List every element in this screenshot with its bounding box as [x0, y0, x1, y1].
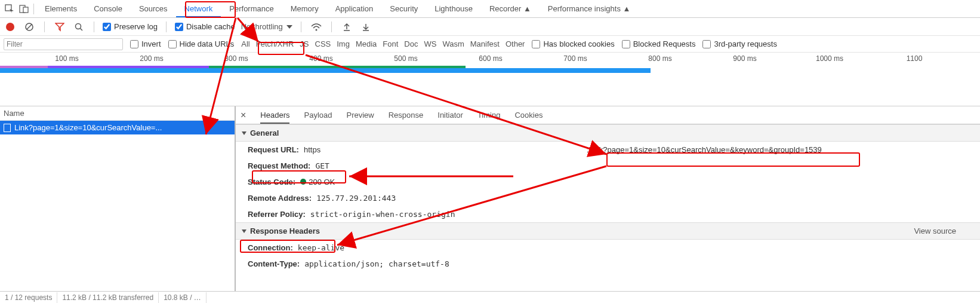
timeline-bar [0, 68, 651, 73]
detail-tab-cookies[interactable]: Cookies [514, 107, 543, 123]
third-party-checkbox[interactable]: 3rd-party requests [702, 39, 777, 48]
tab-lighthouse[interactable]: Lighthouse [426, 1, 481, 17]
footer-transferred: 11.2 kB / 11.2 kB transferred [57, 292, 159, 303]
tick-label: 1100 [907, 54, 923, 63]
connection-key: Connection: [248, 243, 293, 252]
record-button[interactable] [4, 20, 17, 33]
request-method-key: Request Method: [248, 161, 310, 170]
tab-memory[interactable]: Memory [282, 1, 327, 17]
has-blocked-label: Has blocked cookies [543, 39, 614, 48]
detail-tab-payload[interactable]: Payload [304, 107, 332, 123]
section-general[interactable]: General [236, 124, 980, 142]
status-code-key: Status Code: [248, 177, 295, 186]
tick-label: 900 ms [733, 54, 756, 63]
chevron-down-icon [286, 25, 292, 29]
detail-tab-timing[interactable]: Timing [477, 107, 501, 123]
type-filters: All Fetch/XHR JS CSS Img Media Font Doc … [241, 39, 525, 48]
content-type-key: Content-Type: [248, 259, 300, 268]
filter-type-wasm[interactable]: Wasm [442, 39, 464, 48]
tab-security[interactable]: Security [381, 1, 426, 17]
column-header-name[interactable]: Name [0, 106, 235, 121]
hide-data-urls-label: Hide data URLs [180, 39, 235, 48]
invert-checkbox[interactable]: Invert [130, 39, 161, 48]
tab-sources[interactable]: Sources [131, 1, 176, 17]
tick-label: 600 ms [479, 54, 502, 63]
preserve-log-label: Preserve log [114, 22, 158, 31]
referrer-policy-value: strict-origin-when-cross-origin [310, 210, 455, 219]
hide-data-urls-checkbox[interactable]: Hide data URLs [168, 39, 235, 48]
filter-icon[interactable] [53, 20, 66, 33]
preserve-log-checkbox[interactable]: Preserve log [103, 22, 158, 31]
detail-tab-initiator[interactable]: Initiator [437, 107, 463, 123]
tick-label: 700 ms [563, 54, 587, 63]
invert-label: Invert [141, 39, 161, 48]
disclosure-triangle-icon [242, 229, 246, 233]
filter-type-other[interactable]: Other [506, 39, 525, 48]
referrer-policy-key: Referrer Policy: [248, 210, 306, 219]
document-icon [4, 124, 11, 132]
request-url-key: Request URL: [248, 145, 299, 154]
inspect-element-icon[interactable] [2, 2, 17, 16]
filter-type-fetchxhr[interactable]: Fetch/XHR [256, 39, 294, 48]
filter-type-media[interactable]: Media [356, 39, 377, 48]
filter-input[interactable] [4, 38, 123, 50]
search-icon[interactable] [72, 20, 85, 33]
network-conditions-icon[interactable] [310, 20, 323, 33]
disable-cache-label: Disable cache [186, 22, 235, 31]
tick-label: 100 ms [55, 54, 78, 63]
disable-cache-checkbox[interactable]: Disable cache [175, 22, 235, 31]
waterfall-timeline[interactable]: 100 ms 200 ms 300 ms 400 ms 500 ms 600 m… [0, 53, 980, 106]
section-response-headers[interactable]: Response Headers View source [236, 222, 980, 240]
tab-application[interactable]: Application [327, 1, 382, 17]
tab-elements[interactable]: Elements [36, 1, 85, 17]
download-har-icon[interactable] [359, 20, 372, 33]
tick-label: 400 ms [309, 54, 332, 63]
footer-resources: 10.8 kB / … [159, 292, 207, 303]
disclosure-triangle-icon [242, 131, 246, 135]
section-response-headers-label: Response Headers [250, 227, 320, 235]
filter-type-all[interactable]: All [241, 39, 249, 48]
has-blocked-cookies-checkbox[interactable]: Has blocked cookies [532, 39, 614, 48]
tick-label: 500 ms [394, 54, 417, 63]
third-party-label: 3rd-party requests [714, 39, 777, 48]
device-toolbar-icon[interactable] [17, 2, 31, 16]
filter-type-ws[interactable]: WS [424, 39, 436, 48]
request-row[interactable]: Link?page=1&size=10&curSearchValue=... [0, 121, 235, 134]
detail-tab-headers[interactable]: Headers [260, 107, 289, 123]
status-code-value: 200 OK [300, 177, 335, 186]
content-type-value: application/json; charset=utf-8 [304, 259, 449, 268]
detail-tab-response[interactable]: Response [389, 107, 424, 123]
filter-type-img[interactable]: Img [337, 39, 350, 48]
filter-type-font[interactable]: Font [383, 39, 398, 48]
filter-type-doc[interactable]: Doc [404, 39, 418, 48]
detail-tab-preview[interactable]: Preview [346, 107, 374, 123]
filter-type-css[interactable]: CSS [315, 39, 331, 48]
section-general-label: General [250, 128, 279, 137]
tab-console[interactable]: Console [85, 1, 131, 17]
status-dot-icon [300, 179, 306, 185]
request-name-label: Link?page=1&size=10&curSearchValue=... [14, 123, 162, 132]
blocked-requests-label: Blocked Requests [633, 39, 696, 48]
blocked-requests-checkbox[interactable]: Blocked Requests [622, 39, 696, 48]
upload-har-icon[interactable] [340, 20, 353, 33]
request-method-value: GET [315, 161, 329, 170]
tab-recorder[interactable]: Recorder ▲ [481, 1, 540, 17]
close-icon[interactable]: × [241, 110, 246, 121]
tick-label: 200 ms [140, 54, 163, 63]
filter-type-manifest[interactable]: Manifest [470, 39, 500, 48]
clear-button[interactable] [23, 20, 36, 33]
svg-point-5 [76, 23, 81, 29]
status-footer: 1 / 12 requests 11.2 kB / 11.2 kB transf… [0, 291, 980, 303]
tab-performance[interactable]: Performance [221, 1, 282, 17]
remote-address-value: 125.77.29.201:443 [316, 194, 396, 203]
remote-address-key: Remote Address: [248, 194, 312, 203]
throttling-select[interactable]: No throttling [241, 22, 292, 31]
footer-requests: 1 / 12 requests [0, 292, 57, 303]
tab-perf-insights[interactable]: Performance insights ▲ [540, 1, 639, 17]
tab-network[interactable]: Network [176, 1, 221, 17]
throttling-label: No throttling [241, 22, 283, 31]
request-url-value: https :Link?page=1&size=10&curSearchValu… [304, 145, 822, 154]
filter-type-js[interactable]: JS [300, 39, 309, 48]
svg-rect-2 [23, 7, 28, 13]
view-source-link[interactable]: View source [914, 227, 956, 235]
